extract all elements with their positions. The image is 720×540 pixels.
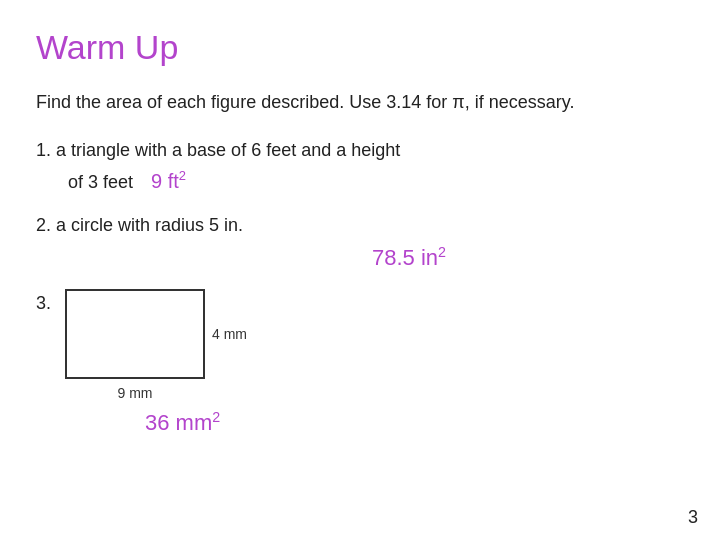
- problem-3-number: 3.: [36, 293, 51, 314]
- problem-1-answer: 9 ft2: [151, 165, 186, 197]
- pi-symbol: π: [452, 92, 464, 112]
- dim-height-label: 4 mm: [212, 326, 247, 342]
- problem-1-text-cont: of 3 feet: [68, 168, 133, 197]
- problem-1: 1. a triangle with a base of 6 feet and …: [36, 136, 684, 197]
- problem-3: 3. 4 mm 9 mm 36 mm2: [36, 289, 684, 436]
- problem-2-number: 2.: [36, 211, 56, 240]
- rectangle-figure: 4 mm 9 mm: [65, 289, 205, 379]
- slide-container: Warm Up Find the area of each figure des…: [0, 0, 720, 540]
- slide-title: Warm Up: [36, 28, 684, 67]
- page-number: 3: [688, 507, 698, 528]
- problem-2: 2. a circle with radius 5 in. 78.5 in2: [36, 211, 684, 275]
- problem-3-answer: 36 mm2: [145, 409, 220, 436]
- rectangle-box: [65, 289, 205, 379]
- problem-2-answer: 78.5 in2: [372, 245, 446, 270]
- problem-1-text: a triangle with a base of 6 feet and a h…: [56, 136, 400, 165]
- problem-1-number: 1.: [36, 136, 56, 165]
- instructions-text: Find the area of each figure described. …: [36, 89, 684, 116]
- problem-2-text: a circle with radius 5 in.: [56, 211, 243, 240]
- dim-width-label: 9 mm: [118, 385, 153, 401]
